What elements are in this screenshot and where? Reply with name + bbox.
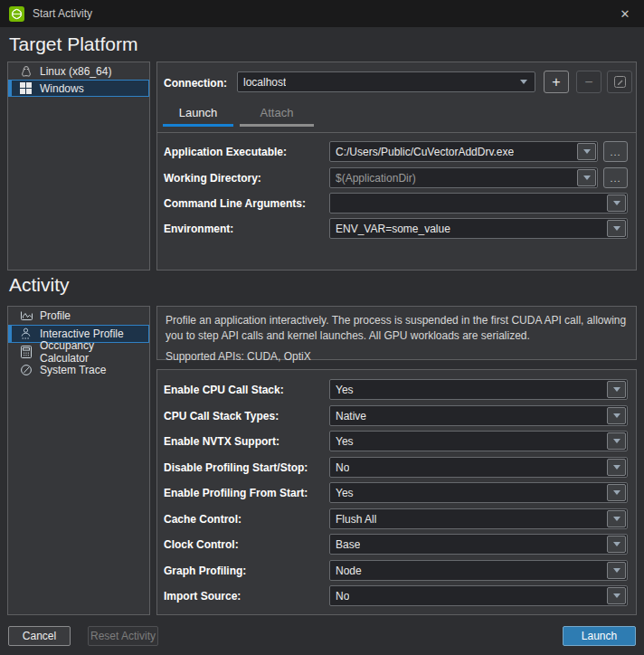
windows-logo-icon bbox=[19, 82, 33, 94]
connection-value: localhost bbox=[243, 76, 286, 89]
browse-executable-button[interactable]: ... bbox=[603, 141, 628, 162]
chevron-down-icon[interactable] bbox=[607, 510, 626, 527]
option-value: No bbox=[336, 590, 349, 603]
activity-item-label: Occupancy Calculator bbox=[40, 339, 145, 365]
option-value: Yes bbox=[336, 435, 354, 448]
working-directory-value: $(ApplicationDir) bbox=[336, 172, 416, 185]
working-directory-label: Working Directory: bbox=[164, 172, 329, 185]
cache-control-select[interactable]: Flush All bbox=[329, 508, 628, 529]
tab-attach-label: Attach bbox=[260, 106, 294, 119]
chevron-down-icon[interactable] bbox=[607, 484, 626, 501]
enable-cpu-call-stack-row: Enable CPU Call Stack: Yes bbox=[164, 379, 628, 400]
launch-frame-divider bbox=[156, 132, 637, 133]
linux-penguin-icon bbox=[19, 65, 33, 78]
enable-nvtx-support-select[interactable]: Yes bbox=[329, 431, 628, 451]
cache-control-row: Cache Control: Flush All bbox=[164, 508, 628, 529]
cpu-call-stack-types-select[interactable]: Native bbox=[329, 405, 628, 426]
option-label: Import Source: bbox=[164, 590, 329, 603]
cancel-button[interactable]: Cancel bbox=[8, 626, 71, 646]
option-value: Yes bbox=[336, 384, 354, 396]
enable-profiling-from-start-select[interactable]: Yes bbox=[329, 482, 628, 503]
activity-item-profile[interactable]: Profile bbox=[8, 307, 149, 325]
import-source-row: Import Source: No bbox=[164, 585, 628, 606]
reset-activity-button[interactable]: Reset Activity bbox=[88, 626, 158, 646]
import-source-select[interactable]: No bbox=[329, 585, 628, 606]
launch-button[interactable]: Launch bbox=[563, 626, 636, 646]
disable-profiling-start-stop-row: Disable Profiling Start/Stop: No bbox=[164, 457, 628, 478]
tab-attach[interactable]: Attach bbox=[240, 106, 314, 124]
edit-connection-button[interactable] bbox=[607, 71, 632, 93]
option-label: Enable CPU Call Stack: bbox=[164, 384, 329, 396]
environment-select[interactable]: ENV_VAR=some_value bbox=[329, 218, 628, 239]
chevron-down-icon[interactable] bbox=[607, 562, 626, 579]
tab-launch-label: Launch bbox=[179, 106, 218, 119]
tab-launch[interactable]: Launch bbox=[163, 106, 233, 124]
title-bar: Start Activity ✕ bbox=[0, 0, 644, 27]
option-label: Cache Control: bbox=[164, 513, 329, 526]
plus-icon: + bbox=[552, 75, 560, 90]
option-value: No bbox=[336, 461, 349, 474]
option-label: Graph Profiling: bbox=[164, 565, 329, 577]
activity-item-label: System Trace bbox=[40, 364, 106, 376]
environment-value: ENV_VAR=some_value bbox=[336, 223, 450, 235]
option-label: Clock Control: bbox=[164, 538, 329, 551]
option-value: Node bbox=[336, 565, 362, 577]
enable-nvtx-support-row: Enable NVTX Support: Yes bbox=[164, 431, 628, 451]
platform-item-linux[interactable]: Linux (x86_64) bbox=[8, 62, 149, 80]
option-label: Enable Profiling From Start: bbox=[164, 487, 329, 499]
activity-item-occupancy-calculator[interactable]: Occupancy Calculator bbox=[8, 343, 149, 361]
platform-item-label: Windows bbox=[40, 82, 84, 95]
command-line-arguments-row: Command Line Arguments: bbox=[164, 193, 628, 214]
clock-control-select[interactable]: Base bbox=[329, 534, 628, 555]
application-executable-value: C:/Users/Public/CuVectorAddDrv.exe bbox=[336, 146, 514, 158]
gauge-icon bbox=[19, 364, 33, 376]
enable-profiling-from-start-row: Enable Profiling From Start: Yes bbox=[164, 482, 628, 503]
option-label: Enable NVTX Support: bbox=[164, 435, 329, 448]
minus-icon: − bbox=[584, 75, 592, 90]
application-executable-row: Application Executable: C:/Users/Public/… bbox=[164, 141, 628, 162]
working-directory-select[interactable]: $(ApplicationDir) bbox=[329, 167, 598, 188]
option-value: Native bbox=[336, 410, 366, 422]
working-directory-row: Working Directory: $(ApplicationDir) ... bbox=[164, 167, 628, 188]
enable-cpu-call-stack-select[interactable]: Yes bbox=[329, 379, 628, 400]
activity-item-label: Interactive Profile bbox=[40, 328, 124, 340]
disable-profiling-start-stop-select[interactable]: No bbox=[329, 457, 628, 478]
cpu-call-stack-types-row: CPU Call Stack Types: Native bbox=[164, 405, 628, 426]
browse-directory-button[interactable]: ... bbox=[603, 167, 628, 188]
chevron-down-icon[interactable] bbox=[577, 169, 596, 186]
chevron-down-icon bbox=[520, 80, 527, 84]
edit-pencil-icon bbox=[614, 76, 626, 88]
chevron-down-icon[interactable] bbox=[607, 536, 626, 553]
chevron-down-icon[interactable] bbox=[607, 220, 626, 237]
application-executable-label: Application Executable: bbox=[164, 146, 329, 158]
remove-connection-button[interactable]: − bbox=[576, 71, 601, 93]
add-connection-button[interactable]: + bbox=[544, 71, 569, 93]
target-platform-heading: Target Platform bbox=[9, 33, 137, 55]
start-activity-dialog: Start Activity ✕ Target Platform Linux (… bbox=[0, 0, 644, 655]
chevron-down-icon[interactable] bbox=[607, 459, 626, 476]
calculator-icon bbox=[19, 346, 33, 358]
chevron-down-icon[interactable] bbox=[607, 381, 626, 398]
activity-description: Profile an application interactively. Th… bbox=[156, 306, 637, 360]
chevron-down-icon[interactable] bbox=[607, 587, 626, 604]
connection-select[interactable]: localhost bbox=[237, 71, 535, 92]
environment-label: Environment: bbox=[164, 223, 329, 235]
platform-list: Linux (x86_64) Windows bbox=[7, 62, 150, 271]
activity-heading: Activity bbox=[9, 274, 70, 296]
environment-row: Environment: ENV_VAR=some_value bbox=[164, 218, 628, 239]
chevron-down-icon[interactable] bbox=[607, 432, 626, 450]
chevron-down-icon[interactable] bbox=[607, 407, 626, 424]
command-line-arguments-select[interactable] bbox=[329, 193, 628, 214]
person-icon bbox=[19, 328, 33, 340]
graph-profiling-select[interactable]: Node bbox=[329, 560, 628, 581]
activity-description-text: Profile an application interactively. Th… bbox=[166, 313, 628, 343]
platform-item-windows[interactable]: Windows bbox=[8, 80, 149, 97]
application-executable-select[interactable]: C:/Users/Public/CuVectorAddDrv.exe bbox=[329, 141, 598, 162]
clock-control-row: Clock Control: Base bbox=[164, 534, 628, 555]
option-value: Base bbox=[336, 538, 360, 551]
close-icon[interactable]: ✕ bbox=[615, 7, 635, 21]
bar-chart-icon bbox=[19, 310, 33, 321]
chevron-down-icon[interactable] bbox=[577, 143, 596, 160]
chevron-down-icon[interactable] bbox=[607, 195, 626, 212]
option-value: Yes bbox=[336, 487, 354, 499]
